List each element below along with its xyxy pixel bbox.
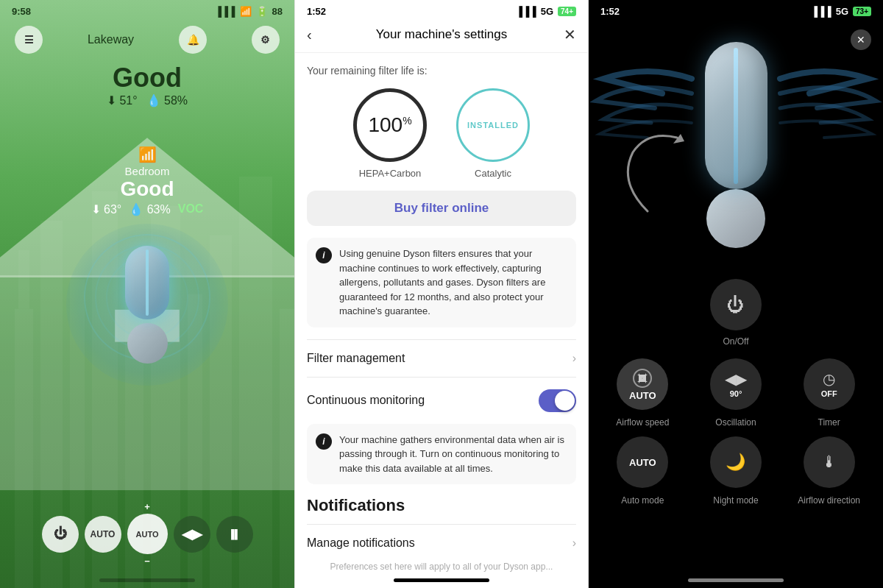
notification-button[interactable]: 🔔 [179, 26, 207, 54]
filter-management-right: › [572, 352, 576, 365]
battery-icon: 🔋 [256, 6, 268, 17]
p3-power-button[interactable]: ⏻ [710, 279, 762, 330]
p3-night-mode[interactable]: 🌙 Night mode [694, 436, 779, 506]
p3-timer-label: Timer [818, 417, 840, 428]
p2-home-indicator [394, 578, 489, 582]
p2-header: ‹ Your machine's settings ✕ [295, 20, 588, 53]
p2-network: 5G [541, 6, 553, 17]
room-temp: ⬇ 63° [91, 202, 122, 216]
toggle-knob [555, 391, 575, 411]
p3-timer-circle: ◷ OFF [804, 358, 855, 410]
p3-fan-base [706, 189, 765, 248]
p3-timer[interactable]: ◷ OFF Timer [787, 358, 871, 428]
continuous-monitoring-item[interactable]: Continuous monitoring [307, 377, 576, 424]
p3-fan-head [705, 42, 767, 189]
dyson-base [127, 323, 168, 364]
close-button[interactable]: ✕ [554, 26, 576, 43]
hepa-percentage: 100% [368, 113, 411, 137]
p3-airflow-label: Airflow speed [616, 417, 669, 428]
p3-device-controls: ⏻ On/Off AUTO Airflow s [589, 270, 883, 575]
power-button[interactable]: ⏻ [42, 516, 79, 553]
chevron-icon: › [572, 352, 576, 365]
voc-badge: VOC [178, 202, 204, 216]
monitoring-info-text: Your machine gathers environmental data … [339, 433, 567, 476]
status-bar: 9:58 ▐▐▐ 📶 🔋 88 [0, 0, 294, 23]
p3-oscillation[interactable]: ◀▶ 90° Oscillation [694, 358, 779, 428]
minus-icon: − [144, 556, 150, 567]
manage-notifications-right: › [572, 536, 576, 550]
buy-filter-button[interactable]: Buy filter online [307, 191, 576, 226]
panel-home: 9:58 ▐▐▐ 📶 🔋 88 ☰ Lakeway 🔔 ⚙ Good ⬇ 51°… [0, 0, 294, 588]
p3-timer-icon: ◷ [823, 370, 835, 388]
hepa-circle: 100% [353, 88, 427, 162]
p3-oscillation-value: 90° [730, 389, 742, 398]
speed-control[interactable]: + AUTO − [127, 501, 168, 567]
p2-status-icons: ▐▐▐ 5G 74+ [516, 6, 576, 17]
p3-device-area [589, 20, 883, 270]
time-display: 9:58 [12, 6, 31, 17]
settings-button[interactable]: ⚙ [252, 26, 280, 54]
battery-level: 88 [272, 6, 283, 17]
signal-icon: ▐▐▐ [215, 6, 235, 17]
p3-airflow-direction[interactable]: 🌡 Airflow direction [787, 436, 871, 506]
catalytic-filter: INSTALLED Catalytic [456, 88, 530, 179]
location-label: Lakeway [88, 33, 134, 46]
auto-main-button[interactable]: AUTO [127, 514, 168, 554]
p3-power-icon: ⏻ [727, 294, 745, 315]
p3-status-icons: ▐▐▐ 5G 73+ [811, 6, 871, 17]
settings-content: Your remaining filter life is: 100% HEPA… [295, 53, 588, 573]
room-stats: ⬇ 63° 💧 63% VOC [91, 202, 204, 216]
p2-battery: 74+ [558, 7, 576, 16]
p3-auto-mode-circle: AUTO [617, 436, 668, 488]
manage-notifications-item[interactable]: Manage notifications › [307, 524, 576, 562]
catalytic-circle: INSTALLED [456, 88, 530, 162]
p3-auto-mode-value: AUTO [629, 457, 656, 468]
manage-notifications-label: Manage notifications [307, 536, 415, 550]
oscillation-button[interactable]: ◀▶ [174, 516, 210, 553]
p3-timer-value: OFF [821, 389, 837, 398]
p3-oscillation-icon: ◀▶ [725, 370, 747, 388]
filter-button[interactable]: ▐▌ [216, 516, 253, 553]
manage-notifications-chevron: › [572, 536, 576, 550]
p3-airflow-dir-circle: 🌡 [804, 436, 855, 488]
dyson-device [114, 246, 180, 364]
filter-management-item[interactable]: Filter management › [307, 339, 576, 377]
power-control: ⏻ On/Off [710, 279, 762, 347]
hepa-filter: 100% HEPA+Carbon [353, 88, 427, 179]
p3-power-row: ⏻ On/Off [600, 279, 871, 347]
p3-auto-mode-label: Auto mode [621, 495, 664, 506]
room-humidity: 💧 63% [129, 202, 170, 216]
page-title: Your machine's settings [376, 27, 507, 42]
p3-status-bar: 1:52 ▐▐▐ 5G 73+ [589, 0, 883, 20]
p3-auto-mode[interactable]: AUTO Auto mode [600, 436, 685, 506]
back-button[interactable]: ‹ [307, 26, 329, 43]
p3-network: 5G [836, 6, 848, 17]
p2-time: 1:52 [307, 6, 326, 17]
p3-dyson-device [688, 42, 784, 248]
p3-airflow-speed[interactable]: AUTO Airflow speed [600, 358, 685, 428]
monitoring-info-box: i Your machine gathers environmental dat… [307, 424, 576, 485]
catalytic-status: INSTALLED [467, 121, 519, 130]
svg-marker-17 [673, 134, 684, 144]
monitoring-toggle[interactable] [539, 389, 576, 412]
auto-button[interactable]: AUTO [85, 516, 121, 553]
p3-time: 1:52 [600, 6, 620, 17]
p3-airflow-dir-label: Airflow direction [798, 495, 860, 506]
device-display [66, 224, 228, 386]
p2-signal: ▐▐▐ [516, 6, 536, 17]
panel-device-control: 1:52 ▐▐▐ 5G 73+ ✕ [589, 0, 883, 588]
p3-airflow-circle: AUTO [617, 358, 668, 410]
preferences-hint: Preferences set here will apply to all o… [307, 562, 576, 573]
room-label: Bedroom [91, 165, 204, 177]
p3-close-button[interactable]: ✕ [851, 29, 871, 50]
house-section: 📶 Bedroom Good ⬇ 63° 💧 63% VOC [0, 116, 294, 492]
filter-circles: 100% HEPA+Carbon INSTALLED Catalytic [307, 88, 576, 179]
p3-night-mode-label: Night mode [713, 495, 758, 506]
p3-airflow-icon [631, 367, 653, 389]
wifi-icon: 📶 [240, 6, 252, 17]
monitoring-info-icon: i [316, 433, 332, 450]
filter-info-box: i Using genuine Dyson filters ensures th… [307, 238, 576, 327]
hepa-name: HEPA+Carbon [359, 168, 422, 179]
menu-button[interactable]: ☰ [15, 26, 43, 54]
p3-battery: 73+ [853, 7, 871, 16]
